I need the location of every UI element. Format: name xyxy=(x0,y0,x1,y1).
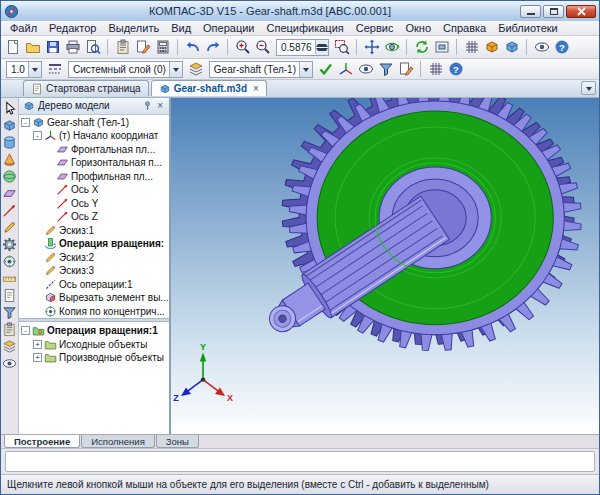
cube-orange-icon[interactable] xyxy=(484,39,500,55)
refresh-icon[interactable] xyxy=(414,39,430,55)
tree-item[interactable]: -Операция вращения:1 xyxy=(19,324,169,338)
open-icon[interactable] xyxy=(25,39,41,55)
sphere-icon[interactable] xyxy=(2,169,17,184)
tree-item[interactable]: Горизонтальная п... xyxy=(19,156,169,170)
zoom-out-icon[interactable] xyxy=(255,39,271,55)
spinner-up-icon[interactable] xyxy=(316,40,328,47)
scale-combo[interactable]: 1.0 xyxy=(6,61,42,78)
collapse-icon[interactable]: - xyxy=(33,131,42,140)
spinner-down-icon[interactable] xyxy=(316,47,328,54)
calculator-icon[interactable] xyxy=(155,39,171,55)
sheet-icon[interactable] xyxy=(31,83,43,95)
help-icon[interactable]: ? xyxy=(448,61,464,77)
tree-item[interactable]: Профильная пл... xyxy=(19,170,169,184)
combo-arrow-icon[interactable] xyxy=(299,62,312,77)
menu-item-2[interactable]: Выделить xyxy=(102,22,165,34)
axes-icon[interactable] xyxy=(338,61,354,77)
orbit-icon[interactable] xyxy=(384,39,400,55)
pan-icon[interactable] xyxy=(364,39,380,55)
grid-icon[interactable] xyxy=(428,61,444,77)
eye-icon[interactable] xyxy=(358,61,374,77)
menu-item-9[interactable]: Библиотеки xyxy=(492,22,564,34)
save-icon[interactable] xyxy=(45,39,61,55)
gear-icon[interactable] xyxy=(2,237,17,252)
funnel-icon[interactable] xyxy=(2,305,17,320)
menu-item-7[interactable]: Окно xyxy=(399,22,437,34)
preview-icon[interactable] xyxy=(85,39,101,55)
tree-item[interactable]: +Производные объекты xyxy=(19,351,169,365)
document-tab-0[interactable]: Стартовая страница xyxy=(23,80,149,96)
model-tree-header[interactable]: Дерево модели × xyxy=(19,98,169,115)
funnel-icon[interactable] xyxy=(378,61,394,77)
minimize-button[interactable] xyxy=(520,5,541,18)
combo-arrow-icon[interactable] xyxy=(169,62,182,77)
layer-combo[interactable]: Системный слой (0) xyxy=(68,61,183,78)
maximize-button[interactable] xyxy=(543,5,564,18)
check-icon[interactable] xyxy=(318,61,334,77)
tree-item[interactable]: Ось операции:1 xyxy=(19,278,169,292)
cursor-icon[interactable] xyxy=(2,101,17,116)
eye-icon[interactable] xyxy=(2,356,17,371)
sheet-icon[interactable] xyxy=(2,288,17,303)
redo-icon[interactable] xyxy=(205,39,221,55)
cube-blue-icon[interactable] xyxy=(159,83,171,95)
cube-blue-icon[interactable] xyxy=(2,118,17,133)
properties-icon[interactable] xyxy=(135,39,151,55)
line-style-icon[interactable] xyxy=(47,61,63,77)
zoom-combo[interactable]: 0.5876 xyxy=(276,39,329,56)
expand-icon[interactable]: + xyxy=(33,353,42,362)
layers-icon[interactable] xyxy=(188,61,204,77)
lower-tab-2[interactable]: Зоны xyxy=(156,435,199,448)
tree-item[interactable]: Копия по концентрич... xyxy=(19,305,169,319)
tab-list-button[interactable] xyxy=(581,81,596,95)
ruler-icon[interactable] xyxy=(2,271,17,286)
combo-arrow-icon[interactable] xyxy=(28,62,41,77)
tree-item[interactable]: Эскиз:3 xyxy=(19,264,169,278)
axis-icon[interactable] xyxy=(2,203,17,218)
new-page-icon[interactable] xyxy=(5,39,21,55)
viewport-3d[interactable]: YXZ xyxy=(171,98,599,435)
clipboard-icon[interactable] xyxy=(115,39,131,55)
tree-item[interactable]: -(т) Начало координат xyxy=(19,129,169,143)
lower-tab-1[interactable]: Исполнения xyxy=(81,435,155,448)
panel-close-button[interactable]: × xyxy=(154,99,167,112)
tree-item[interactable]: Ось Z xyxy=(19,210,169,224)
part-combo[interactable]: Gear-shaft (Тел-1) xyxy=(209,61,313,78)
menu-item-8[interactable]: Справка xyxy=(437,22,492,34)
cylinder-icon[interactable] xyxy=(2,135,17,150)
zoom-in-icon[interactable] xyxy=(235,39,251,55)
tree-item[interactable]: Фронтальная пл... xyxy=(19,143,169,157)
pin-button[interactable] xyxy=(141,99,154,112)
tree-item[interactable]: +Исходные объекты xyxy=(19,338,169,352)
cone-icon[interactable] xyxy=(2,152,17,167)
cube-blue-icon[interactable] xyxy=(504,39,520,55)
fit-icon[interactable] xyxy=(434,39,450,55)
tree-item[interactable]: -Gear-shaft (Тел-1) xyxy=(19,116,169,130)
tree-item[interactable]: Операция вращения: xyxy=(19,237,169,251)
zoom-spinner[interactable] xyxy=(315,40,328,54)
sheet-pencil-icon[interactable] xyxy=(398,61,414,77)
title-bar[interactable]: КОМПАС-3D V15 - Gear-shaft.m3d [ABC.00.0… xyxy=(1,1,599,21)
clipboard-icon[interactable] xyxy=(2,322,17,337)
tree-item[interactable]: Ось X xyxy=(19,183,169,197)
undo-icon[interactable] xyxy=(185,39,201,55)
lower-tab-0[interactable]: Построение xyxy=(4,435,80,448)
gear-shaft-model[interactable]: YXZ xyxy=(171,98,599,435)
menu-item-0[interactable]: Файл xyxy=(4,22,43,34)
grid-icon[interactable] xyxy=(464,39,480,55)
eye-icon[interactable] xyxy=(534,39,550,55)
document-tab-1[interactable]: Gear-shaft.m3d× xyxy=(151,80,267,96)
menu-item-5[interactable]: Спецификация xyxy=(261,22,350,34)
help-icon[interactable]: ? xyxy=(554,39,570,55)
layers-icon[interactable] xyxy=(2,339,17,354)
zoom-frame-icon[interactable] xyxy=(334,39,350,55)
menu-item-1[interactable]: Редактор xyxy=(43,22,102,34)
menu-item-6[interactable]: Сервис xyxy=(350,22,400,34)
menu-item-3[interactable]: Вид xyxy=(165,22,197,34)
collapse-icon[interactable]: - xyxy=(21,118,30,127)
plane-icon[interactable] xyxy=(2,186,17,201)
close-button[interactable] xyxy=(566,5,596,18)
print-icon[interactable] xyxy=(65,39,81,55)
copyconc-icon[interactable] xyxy=(2,254,17,269)
tree-item[interactable]: Эскиз:2 xyxy=(19,251,169,265)
